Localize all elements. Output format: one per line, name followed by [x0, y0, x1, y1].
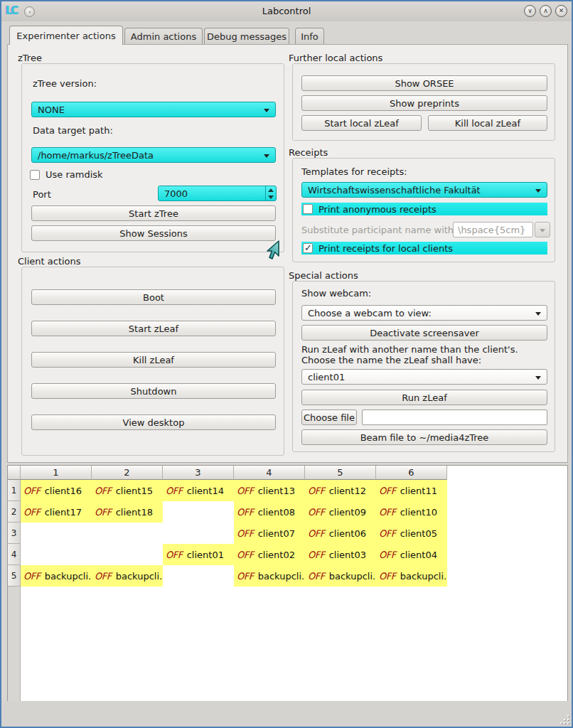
- row-header-2[interactable]: 2: [8, 501, 21, 523]
- data-target-path-combobox[interactable]: /home/markus/zTreeData: [31, 147, 276, 163]
- client-name: backupcli...: [329, 571, 376, 582]
- client-cell-empty: [21, 523, 92, 544]
- print-anonymous-checkbox[interactable]: [303, 204, 313, 214]
- boot-button[interactable]: Boot: [31, 289, 276, 305]
- status-off-badge: OFF: [166, 486, 183, 496]
- client-cell-client16[interactable]: OFFclient16: [21, 480, 92, 501]
- client-cell-client07[interactable]: OFFclient07: [234, 523, 305, 544]
- resize-grip-icon[interactable]: [559, 714, 569, 724]
- choose-file-button[interactable]: Choose file: [301, 410, 357, 425]
- table-row: 5OFFbackupcli...OFFbackupcli...OFFbackup…: [8, 565, 447, 587]
- substitute-name-dropdown-button[interactable]: [535, 222, 550, 237]
- client-cell-client02[interactable]: OFFclient02: [234, 544, 305, 565]
- client-cell-backupcli...[interactable]: OFFbackupcli...: [92, 565, 163, 587]
- receipt-template-combobox[interactable]: Wirtschaftswissenschaftliche Fakultät: [301, 182, 547, 198]
- deactivate-screensaver-button[interactable]: Deactivate screensaver: [301, 325, 547, 341]
- use-ramdisk-checkbox[interactable]: [30, 170, 40, 180]
- client-cell-client15[interactable]: OFFclient15: [92, 480, 163, 501]
- client-cell-client03[interactable]: OFFclient03: [305, 544, 376, 565]
- client-cell-client10[interactable]: OFFclient10: [376, 501, 447, 523]
- show-preprints-button[interactable]: Show preprints: [301, 95, 547, 111]
- column-header-6[interactable]: 6: [376, 466, 447, 480]
- spin-down-icon[interactable]: [268, 196, 274, 199]
- client-cell-client04[interactable]: OFFclient04: [376, 544, 447, 565]
- client-cell-client18[interactable]: OFFclient18: [92, 501, 163, 523]
- status-off-badge: OFF: [308, 550, 325, 560]
- status-off-badge: OFF: [95, 486, 112, 496]
- print-local-clients-checkbox[interactable]: [303, 243, 313, 253]
- client-cell-client12[interactable]: OFFclient12: [305, 480, 376, 501]
- zleaf-name-combobox[interactable]: client01: [301, 369, 547, 385]
- column-header-4[interactable]: 4: [234, 466, 305, 480]
- status-off-badge: OFF: [308, 528, 325, 539]
- client-cell-client05[interactable]: OFFclient05: [376, 523, 447, 544]
- webcam-value: Choose a webcam to view:: [308, 308, 432, 318]
- status-off-badge: OFF: [23, 486, 41, 496]
- tab-experimenter-actions[interactable]: Experimenter actions: [9, 26, 123, 45]
- client-name: client05: [400, 528, 437, 539]
- file-path-input[interactable]: [362, 410, 547, 425]
- run-zleaf-button[interactable]: Run zLeaf: [301, 390, 547, 405]
- client-cell-backupcli...[interactable]: OFFbackupcli...: [234, 565, 305, 587]
- view-desktop-button[interactable]: View desktop: [31, 414, 276, 430]
- status-off-badge: OFF: [23, 507, 41, 518]
- client-cell-client17[interactable]: OFFclient17: [21, 501, 92, 523]
- minimize-button[interactable]: ∨: [524, 5, 536, 17]
- client-cell-backupcli...[interactable]: OFFbackupcli...: [305, 565, 376, 587]
- close-button[interactable]: ✕: [555, 5, 567, 17]
- tab-admin-actions[interactable]: Admin actions: [124, 28, 203, 45]
- use-ramdisk-label: Use ramdisk: [45, 169, 103, 180]
- client-cell-client14[interactable]: OFFclient14: [163, 480, 234, 501]
- substitute-name-field[interactable]: \hspace{5cm}: [453, 222, 533, 237]
- spinbox-arrows[interactable]: [265, 186, 276, 200]
- start-local-zleaf-button[interactable]: Start local zLeaf: [301, 115, 422, 131]
- webcam-combobox[interactable]: Choose a webcam to view:: [301, 305, 547, 321]
- beam-file-button[interactable]: Beam file to ~/media4zTree: [301, 429, 547, 445]
- column-header-3[interactable]: 3: [163, 466, 234, 480]
- table-corner[interactable]: [8, 466, 21, 480]
- client-cell-backupcli...[interactable]: OFFbackupcli...: [21, 565, 92, 587]
- table-row: 1OFFclient16OFFclient15OFFclient14OFFcli…: [8, 480, 447, 501]
- status-off-badge: OFF: [237, 550, 254, 560]
- ztree-version-combobox[interactable]: NONE: [31, 102, 276, 117]
- row-header-4[interactable]: 4: [8, 544, 21, 565]
- client-cell-client09[interactable]: OFFclient09: [305, 501, 376, 523]
- status-off-badge: OFF: [237, 528, 254, 539]
- kill-local-zleaf-button[interactable]: Kill local zLeaf: [428, 115, 547, 131]
- client-cell-client13[interactable]: OFFclient13: [234, 480, 305, 501]
- row-header-5[interactable]: 5: [8, 565, 21, 587]
- titlebar[interactable]: LC Labcontrol ∨ ∧ ✕: [1, 1, 572, 21]
- tab-info[interactable]: Info: [295, 28, 324, 45]
- templates-for-receipts-label: Templates for receipts:: [301, 166, 407, 177]
- spin-up-icon[interactable]: [268, 188, 274, 192]
- start-ztree-button[interactable]: Start zTree: [31, 205, 276, 221]
- row-header-1[interactable]: 1: [8, 480, 21, 501]
- maximize-button[interactable]: ∧: [540, 5, 552, 17]
- status-off-badge: OFF: [379, 486, 396, 496]
- group-title-client-actions: Client actions: [18, 256, 81, 267]
- column-header-1[interactable]: 1: [21, 466, 92, 480]
- row-header-3[interactable]: 3: [8, 523, 21, 544]
- kill-zleaf-button[interactable]: Kill zLeaf: [31, 352, 276, 368]
- run-zleaf-note-line2: Choose the name the zLeaf shall have:: [301, 355, 481, 365]
- column-header-5[interactable]: 5: [305, 466, 376, 480]
- client-cell-backupcli...[interactable]: OFFbackupcli...: [376, 565, 447, 587]
- shutdown-button[interactable]: Shutdown: [31, 383, 276, 399]
- client-name: client09: [329, 507, 366, 518]
- group-ztree: zTree zTree version: NONE Data target pa…: [21, 53, 284, 252]
- client-name: client08: [258, 507, 295, 518]
- show-orsee-button[interactable]: Show ORSEE: [301, 75, 547, 91]
- client-name: client14: [187, 486, 224, 496]
- client-cell-client11[interactable]: OFFclient11: [376, 480, 447, 501]
- show-sessions-button[interactable]: Show Sessions: [31, 225, 276, 241]
- start-zleaf-button[interactable]: Start zLeaf: [31, 321, 276, 336]
- port-spinbox[interactable]: 7000: [158, 186, 277, 201]
- client-cell-client01[interactable]: OFFclient01: [163, 544, 234, 565]
- client-cell-client08[interactable]: OFFclient08: [234, 501, 305, 523]
- window-title: Labcontrol: [1, 6, 572, 16]
- client-cell-client06[interactable]: OFFclient06: [305, 523, 376, 544]
- status-off-badge: OFF: [379, 571, 396, 582]
- column-header-2[interactable]: 2: [92, 466, 163, 480]
- tab-debug-messages[interactable]: Debug messages: [204, 28, 289, 45]
- client-name: client13: [258, 486, 295, 496]
